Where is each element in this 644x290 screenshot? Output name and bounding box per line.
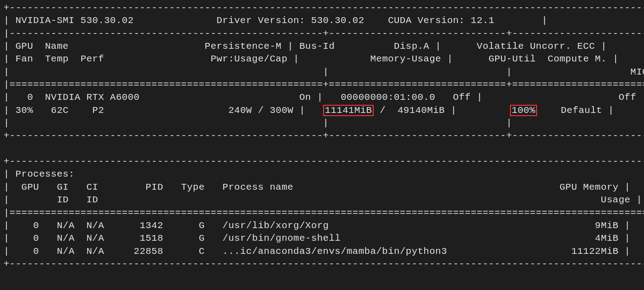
proc-1-mem: 4MiB: [595, 233, 618, 243]
header-memory-usage: Memory-Usage: [370, 54, 441, 64]
proc-0-gi: N/A: [57, 220, 74, 231]
header-mig-m: MIG M.: [630, 67, 644, 77]
header-gpu: GPU: [15, 41, 33, 51]
gpu-0-disp-active: Off: [453, 92, 471, 103]
gpu-0-mem-total: 49140MiB: [398, 105, 445, 116]
nvidia-smi-output: +---------------------------------------…: [0, 0, 644, 272]
proc-2-mem: 11122MiB: [571, 246, 619, 257]
processes-title: Processes:: [15, 169, 74, 179]
proc-header-id-2: ID: [86, 195, 98, 205]
proc-2-name: ...ic/anaconda3/envs/mamba/bin/python3: [222, 246, 447, 257]
gpu-0-temp: 62C: [51, 105, 69, 116]
gpu-0-mem-used: 11141MiB: [325, 105, 372, 116]
proc-header-name: Process name: [222, 182, 293, 192]
gpu-0-pwr-cap: 300W: [270, 105, 293, 116]
proc-2-pid: 22858: [134, 246, 163, 257]
proc-0-gpu: 0: [33, 220, 39, 231]
proc-0-pid: 1342: [139, 220, 163, 231]
gpu-0-perf: P2: [93, 105, 104, 116]
driver-version: 530.30.02: [311, 15, 364, 26]
header-gpu-util: GPU-Util: [488, 54, 536, 64]
gpu-0-mem-used-highlight: 11141MiB: [323, 105, 374, 116]
header-fan: Fan: [15, 54, 33, 64]
proc-1-type: G: [199, 233, 204, 243]
header-persistence-m: Persistence-M: [205, 41, 282, 51]
gpu-0-index: 0: [27, 92, 33, 103]
proc-header-ci: CI: [86, 182, 98, 192]
gpu-0-bus-id: 00000000:01:00.0: [341, 92, 436, 103]
proc-2-ci: N/A: [86, 246, 104, 257]
gpu-0-persistence: On: [299, 92, 311, 103]
proc-1-gpu: 0: [33, 233, 39, 243]
proc-0-mem: 9MiB: [595, 220, 618, 231]
proc-header-gpu-memory: GPU Memory: [560, 182, 619, 192]
nvidia-smi-version: 530.30.02: [80, 15, 134, 26]
header-temp: Temp: [45, 54, 69, 64]
header-name: Name: [45, 41, 69, 51]
header-bus-id: Bus-Id: [299, 41, 335, 51]
gpu-0-name: NVIDIA RTX A6000: [45, 92, 140, 103]
proc-0-ci: N/A: [86, 220, 104, 231]
gpu-0-util-highlight: 100%: [510, 105, 537, 116]
header-disp-a: Disp.A: [394, 41, 430, 51]
proc-0-type: G: [199, 220, 204, 231]
gpu-0-pwr-usage: 240W: [228, 105, 252, 116]
proc-1-name: /usr/bin/gnome-shell: [222, 233, 341, 243]
proc-header-gi: GI: [57, 182, 69, 192]
header-pwr: Pwr:Usage/Cap: [211, 54, 287, 64]
header-perf: Perf: [80, 54, 104, 64]
gpu-0-ecc: Off: [619, 92, 636, 103]
border-top: ----------------------------------------…: [15, 3, 644, 13]
proc-header-id-1: ID: [57, 195, 69, 205]
proc-1-gi: N/A: [57, 233, 74, 243]
proc-1-pid: 1518: [139, 233, 163, 243]
proc-header-pid: PID: [146, 182, 163, 192]
header-compute-m: Compute M.: [548, 54, 607, 64]
proc-2-gpu: 0: [33, 246, 39, 257]
proc-2-type: C: [199, 246, 204, 257]
proc-0-name: /usr/lib/xorg/Xorg: [222, 220, 329, 231]
proc-2-gi: N/A: [57, 246, 74, 257]
proc-header-gpu: GPU: [21, 182, 39, 192]
gpu-0-compute-mode: Default: [561, 105, 602, 116]
cuda-version: 12.1: [471, 15, 494, 26]
header-volatile-ecc: Volatile Uncorr. ECC: [477, 41, 595, 51]
gpu-0-util: 100%: [512, 105, 535, 116]
proc-1-ci: N/A: [86, 233, 104, 243]
proc-header-usage: Usage: [601, 195, 630, 205]
proc-header-type: Type: [181, 182, 204, 192]
gpu-0-fan: 30%: [15, 105, 33, 116]
